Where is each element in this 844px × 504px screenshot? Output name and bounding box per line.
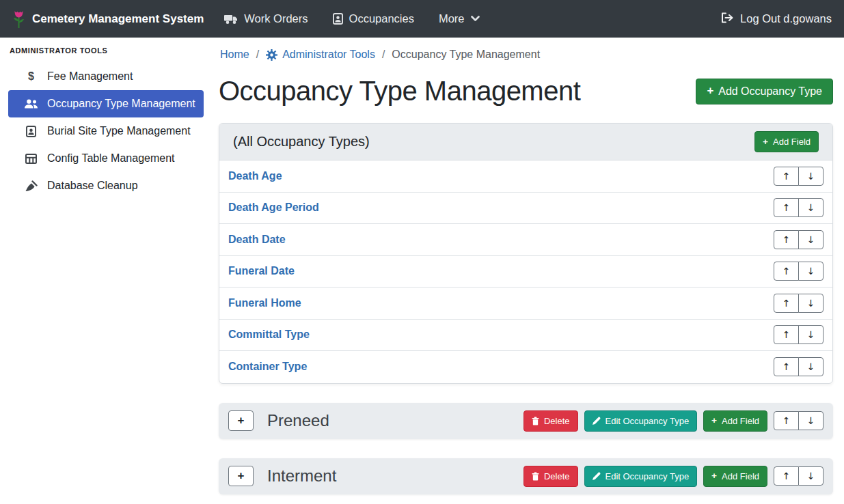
add-field-button[interactable]: + Add Field: [754, 131, 819, 152]
move-up-button[interactable]: ↑: [774, 167, 799, 186]
field-row: Container Type ↑ ↓: [219, 351, 832, 383]
sidebar-item-label: Config Table Management: [47, 152, 175, 165]
card-title: (All Occupancy Types): [233, 134, 370, 150]
admin-sidebar: Administrator Tools $ Fee Management Occ…: [0, 38, 209, 504]
plus-icon: +: [707, 85, 713, 97]
move-up-button[interactable]: ↑: [774, 294, 799, 313]
nav-occupancies-label: Occupancies: [349, 12, 414, 25]
move-down-button[interactable]: ↓: [798, 262, 823, 281]
reorder-controls: ↑ ↓: [774, 357, 823, 376]
app-brand[interactable]: Cemetery Management System: [12, 10, 204, 28]
move-down-button[interactable]: ↓: [798, 294, 823, 313]
all-occupancy-types-card: (All Occupancy Types) + Add Field Death …: [219, 123, 833, 384]
field-link[interactable]: Funeral Date: [228, 265, 295, 277]
field-row: Death Age Period ↑ ↓: [219, 193, 832, 225]
page-title: Occupancy Type Management: [219, 76, 580, 107]
reorder-controls: ↑ ↓: [774, 230, 823, 249]
flower-logo-icon: [12, 10, 25, 28]
sidebar-item-fee-management[interactable]: $ Fee Management: [8, 63, 204, 90]
move-up-button[interactable]: ↑: [774, 198, 799, 217]
breadcrumb-admin-tools-label: Administrator Tools: [282, 48, 375, 61]
add-occupancy-type-label: Add Occupancy Type: [718, 85, 822, 98]
broom-icon: [24, 180, 38, 192]
nav-work-orders-label: Work Orders: [244, 12, 308, 25]
nav-occupancies[interactable]: Occupancies: [333, 12, 414, 25]
add-field-label: Add Field: [722, 416, 759, 426]
move-down-button[interactable]: ↓: [798, 325, 823, 344]
gear-icon: [266, 49, 277, 61]
delete-label: Delete: [544, 416, 570, 426]
section-actions: Delete Edit Occupancy Type + Add Field ↑: [523, 410, 823, 432]
nav-work-orders[interactable]: Work Orders: [224, 12, 308, 25]
move-up-button[interactable]: ↑: [774, 325, 799, 344]
move-up-button[interactable]: ↑: [774, 411, 799, 430]
trash-icon: [532, 472, 539, 481]
sidebar-item-label: Database Cleanup: [47, 180, 138, 192]
expand-button[interactable]: +: [228, 410, 254, 431]
breadcrumb-home[interactable]: Home: [220, 48, 249, 61]
sidebar-item-label: Occupancy Type Management: [47, 98, 195, 110]
section-actions: Delete Edit Occupancy Type + Add Field ↑: [523, 466, 823, 487]
sidebar-item-label: Burial Site Type Management: [47, 125, 191, 137]
sidebar-item-burial-site-type-management[interactable]: Burial Site Type Management: [8, 117, 204, 145]
add-field-button[interactable]: + Add Field: [703, 466, 767, 487]
plus-icon: +: [763, 137, 768, 147]
expand-button[interactable]: +: [228, 466, 254, 486]
card-header: (All Occupancy Types) + Add Field: [219, 124, 832, 160]
delete-button[interactable]: Delete: [523, 466, 578, 487]
plus-icon: +: [711, 416, 717, 425]
field-link[interactable]: Container Type: [228, 361, 307, 373]
logout-icon: [721, 12, 734, 26]
sidebar-item-occupancy-type-management[interactable]: Occupancy Type Management: [8, 90, 204, 117]
edit-occupancy-type-button[interactable]: Edit Occupancy Type: [584, 466, 698, 487]
move-down-button[interactable]: ↓: [798, 411, 823, 430]
field-link[interactable]: Death Age: [228, 170, 282, 182]
sidebar-heading: Administrator Tools: [10, 46, 204, 55]
reorder-controls: ↑ ↓: [774, 294, 823, 313]
nav-more[interactable]: More: [439, 12, 480, 25]
add-field-button[interactable]: + Add Field: [703, 410, 767, 432]
users-icon: [24, 98, 38, 109]
top-navbar: Cemetery Management System Work Orders: [0, 0, 844, 38]
reorder-controls: ↑ ↓: [774, 411, 823, 430]
occupancy-type-section-interment: + Interment Delete: [219, 458, 833, 494]
brand-label: Cemetery Management System: [32, 12, 204, 26]
field-link[interactable]: Death Date: [228, 234, 286, 246]
delete-button[interactable]: Delete: [523, 410, 578, 432]
breadcrumb-separator: /: [382, 48, 385, 61]
truck-icon: [224, 14, 238, 25]
move-down-button[interactable]: ↓: [798, 198, 823, 217]
sidebar-item-label: Fee Management: [47, 70, 133, 83]
sidebar-item-config-table-management[interactable]: Config Table Management: [8, 145, 204, 172]
field-row: Death Date ↑ ↓: [219, 224, 832, 256]
field-row: Committal Type ↑ ↓: [219, 320, 832, 352]
field-row: Funeral Home ↑ ↓: [219, 288, 832, 320]
move-up-button[interactable]: ↑: [774, 466, 799, 486]
table-icon: [24, 154, 38, 164]
sidebar-item-database-cleanup[interactable]: Database Cleanup: [8, 172, 204, 199]
dollar-icon: $: [24, 70, 38, 83]
move-down-button[interactable]: ↓: [798, 167, 823, 186]
field-link[interactable]: Committal Type: [228, 328, 310, 341]
field-link[interactable]: Funeral Home: [228, 297, 301, 309]
add-field-label: Add Field: [722, 471, 759, 481]
breadcrumb-admin-tools[interactable]: Administrator Tools: [266, 48, 375, 61]
move-down-button[interactable]: ↓: [798, 230, 823, 249]
field-link[interactable]: Death Age Period: [228, 201, 319, 214]
move-down-button[interactable]: ↓: [798, 357, 823, 376]
breadcrumb-current: Occupancy Type Management: [392, 48, 540, 61]
add-field-label: Add Field: [773, 137, 811, 147]
add-occupancy-type-button[interactable]: + Add Occupancy Type: [696, 79, 833, 104]
logout-link[interactable]: Log Out d.gowans: [721, 12, 832, 26]
breadcrumb: Home / Administrator Tools / Occupancy T…: [220, 48, 833, 61]
move-up-button[interactable]: ↑: [774, 262, 799, 281]
move-up-button[interactable]: ↑: [774, 357, 799, 376]
move-down-button[interactable]: ↓: [798, 466, 823, 486]
reorder-controls: ↑ ↓: [774, 167, 823, 186]
primary-nav: Work Orders Occupancies More: [224, 12, 479, 25]
occupancy-type-name: Interment: [267, 466, 336, 486]
edit-occupancy-type-button[interactable]: Edit Occupancy Type: [584, 410, 698, 432]
move-up-button[interactable]: ↑: [774, 230, 799, 249]
title-row: Occupancy Type Management + Add Occupanc…: [219, 76, 833, 107]
reorder-controls: ↑ ↓: [774, 466, 823, 486]
